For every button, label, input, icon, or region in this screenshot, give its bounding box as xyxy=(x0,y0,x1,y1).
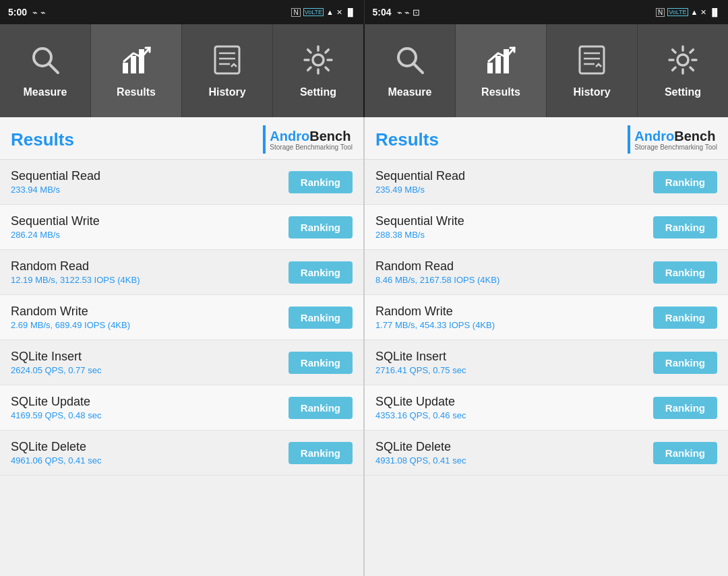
benchmark-row: SQLite Delete 4961.06 QPS, 0.41 sec Rank… xyxy=(0,430,363,476)
benchmark-value: 8.46 MB/s, 2167.58 IOPS (4KB) xyxy=(375,275,653,285)
benchmark-value: 4169.59 QPS, 0.48 sec xyxy=(11,410,289,420)
results-icon-left xyxy=(120,44,152,81)
svg-rect-4 xyxy=(139,49,144,73)
logo-main-right: AndroBench xyxy=(634,129,717,143)
benchmark-row: SQLite Insert 2716.41 QPS, 0.75 sec Rank… xyxy=(365,340,728,385)
tab-history-right[interactable]: History xyxy=(547,24,638,117)
svg-point-9 xyxy=(313,55,324,65)
nav-right: Measure Results xyxy=(365,24,728,117)
benchmark-name: Random Write xyxy=(375,305,653,319)
benchmark-name: SQLite Insert xyxy=(375,350,653,364)
benchmark-name: Random Read xyxy=(11,259,289,274)
ranking-button[interactable]: Ranking xyxy=(289,171,353,193)
tab-setting-left-label: Setting xyxy=(300,86,336,98)
benchmark-name: Random Read xyxy=(375,259,653,274)
svg-point-19 xyxy=(677,55,688,65)
benchmark-value: 286.24 MB/s xyxy=(11,230,289,240)
results-icon-right xyxy=(485,44,517,81)
tab-results-right[interactable]: Results xyxy=(456,24,547,117)
benchmark-value: 4931.08 QPS, 0.41 sec xyxy=(375,455,653,466)
tab-measure-left[interactable]: Measure xyxy=(0,24,91,117)
setting-icon-right xyxy=(667,44,699,81)
benchmark-value: 12.19 MB/s, 3122.53 IOPS (4KB) xyxy=(11,275,289,285)
tab-measure-right[interactable]: Measure xyxy=(365,24,456,117)
benchmark-name: Sequential Read xyxy=(11,169,289,183)
benchmark-value: 4961.06 QPS, 0.41 sec xyxy=(11,455,289,466)
tab-results-right-label: Results xyxy=(481,86,520,98)
ranking-button[interactable]: Ranking xyxy=(289,307,353,329)
navigation: Measure Results xyxy=(0,24,728,117)
nav-left: Measure Results xyxy=(0,24,365,117)
tab-measure-right-label: Measure xyxy=(388,86,432,98)
ranking-button[interactable]: Ranking xyxy=(289,397,353,419)
benchmark-row: Sequential Read 233.94 MB/s Ranking xyxy=(0,160,363,205)
ranking-button[interactable]: Ranking xyxy=(289,216,353,238)
benchmark-row: SQLite Insert 2624.05 QPS, 0.77 sec Rank… xyxy=(0,340,363,385)
status-bar-left: 5:00 ⌁ ⌁ N VoLTE ▲ ✕ ▐▌ xyxy=(0,0,365,24)
ranking-button[interactable]: Ranking xyxy=(289,442,353,464)
benchmark-list-right: Sequential Read 235.49 MB/s Ranking Sequ… xyxy=(365,160,728,576)
panel-right: Results AndroBench Storage Benchmarking … xyxy=(365,117,728,576)
measure-icon xyxy=(29,44,61,81)
svg-rect-12 xyxy=(487,63,493,73)
history-icon-left xyxy=(211,44,243,81)
benchmark-value: 288.38 MB/s xyxy=(375,230,653,240)
svg-rect-5 xyxy=(215,46,239,73)
svg-line-1 xyxy=(49,64,58,73)
time-left: 5:00 xyxy=(8,7,27,18)
tab-setting-right[interactable]: Setting xyxy=(638,24,728,117)
benchmark-name: SQLite Update xyxy=(11,395,289,409)
benchmark-name: Sequential Write xyxy=(11,214,289,228)
ranking-button[interactable]: Ranking xyxy=(653,442,717,464)
svg-rect-13 xyxy=(495,56,501,73)
logo-sub-left: Storage Benchmarking Tool xyxy=(270,143,353,151)
benchmark-value: 1.77 MB/s, 454.33 IOPS (4KB) xyxy=(375,320,653,330)
benchmark-row: Random Read 8.46 MB/s, 2167.58 IOPS (4KB… xyxy=(365,250,728,295)
ranking-button[interactable]: Ranking xyxy=(653,171,717,193)
svg-rect-2 xyxy=(123,63,128,73)
ranking-button[interactable]: Ranking xyxy=(289,261,353,284)
benchmark-name: Sequential Write xyxy=(375,214,653,228)
ranking-button[interactable]: Ranking xyxy=(289,352,353,374)
svg-rect-3 xyxy=(131,56,136,73)
benchmark-value: 2.69 MB/s, 689.49 IOPS (4KB) xyxy=(11,320,289,330)
logo-right: AndroBench Storage Benchmarking Tool xyxy=(628,125,717,154)
tab-history-right-label: History xyxy=(573,86,610,98)
tab-history-left[interactable]: History xyxy=(182,24,273,117)
benchmark-name: SQLite Delete xyxy=(11,440,289,454)
benchmark-row: Sequential Write 286.24 MB/s Ranking xyxy=(0,205,363,250)
benchmark-name: SQLite Update xyxy=(375,395,653,409)
tab-setting-right-label: Setting xyxy=(665,86,701,98)
setting-icon-left xyxy=(302,44,334,81)
ranking-button[interactable]: Ranking xyxy=(653,307,717,329)
benchmark-value: 2716.41 QPS, 0.75 sec xyxy=(375,365,653,375)
benchmark-value: 233.94 MB/s xyxy=(11,185,289,195)
ranking-button[interactable]: Ranking xyxy=(653,216,717,238)
benchmark-name: Random Write xyxy=(11,305,289,319)
benchmark-row: Random Write 2.69 MB/s, 689.49 IOPS (4KB… xyxy=(0,295,363,340)
logo-bar-left xyxy=(263,125,266,154)
tab-results-left-label: Results xyxy=(117,86,156,98)
logo-main-left: AndroBench xyxy=(270,129,353,143)
history-icon-right xyxy=(576,44,608,81)
logo-left: AndroBench Storage Benchmarking Tool xyxy=(263,125,353,154)
benchmark-value: 2624.05 QPS, 0.77 sec xyxy=(11,365,289,375)
panel-header-right: Results AndroBench Storage Benchmarking … xyxy=(365,117,728,160)
svg-rect-15 xyxy=(580,46,604,73)
ranking-button[interactable]: Ranking xyxy=(653,261,717,284)
benchmark-row: SQLite Update 4353.16 QPS, 0.46 sec Rank… xyxy=(365,385,728,430)
svg-rect-14 xyxy=(504,49,509,73)
benchmark-row: SQLite Update 4169.59 QPS, 0.48 sec Rank… xyxy=(0,385,363,430)
tab-results-left[interactable]: Results xyxy=(91,24,182,117)
tab-setting-left[interactable]: Setting xyxy=(273,24,363,117)
benchmark-row: SQLite Delete 4931.08 QPS, 0.41 sec Rank… xyxy=(365,430,728,476)
ranking-button[interactable]: Ranking xyxy=(653,352,717,374)
benchmark-row: Sequential Write 288.38 MB/s Ranking xyxy=(365,205,728,250)
benchmark-row: Random Read 12.19 MB/s, 3122.53 IOPS (4K… xyxy=(0,250,363,295)
content-area: Results AndroBench Storage Benchmarking … xyxy=(0,117,728,576)
panel-title-right: Results xyxy=(375,129,439,150)
ranking-button[interactable]: Ranking xyxy=(653,397,717,419)
tab-measure-left-label: Measure xyxy=(24,86,67,98)
benchmark-name: SQLite Insert xyxy=(11,350,289,364)
panel-header-left: Results AndroBench Storage Benchmarking … xyxy=(0,117,363,160)
